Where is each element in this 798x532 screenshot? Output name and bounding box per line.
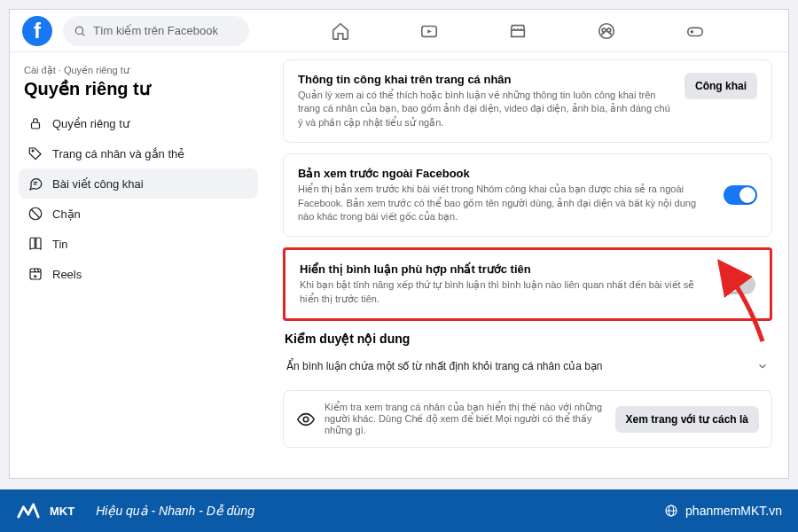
block-icon: [27, 206, 43, 222]
main-panel: Thông tin công khai trên trang cá nhân Q…: [267, 52, 788, 478]
nav-groups[interactable]: [589, 13, 624, 49]
svg-point-5: [607, 28, 611, 32]
sidebar-item-label: Quyền riêng tư: [52, 117, 129, 130]
reels-icon: [27, 266, 43, 282]
comment-icon: [27, 176, 43, 192]
lock-icon: [27, 115, 43, 131]
breadcrumb: Cài đặt · Quyền riêng tư: [19, 65, 258, 76]
nav-marketplace[interactable]: [500, 13, 536, 49]
top-nav: [260, 13, 776, 49]
svg-point-0: [75, 27, 82, 34]
card-title: Hiển thị bình luận phù hợp nhất trước ti…: [300, 262, 711, 276]
nav-home[interactable]: [323, 13, 358, 49]
hide-comments-row[interactable]: Ẩn bình luận chứa một số từ nhất định kh…: [283, 351, 772, 381]
search-input[interactable]: Tìm kiếm trên Facebook: [63, 16, 249, 46]
sidebar-item-label: Bài viết công khai: [52, 177, 144, 191]
sidebar-item-label: Trang cá nhân và gắn thẻ: [52, 147, 184, 160]
svg-point-4: [602, 28, 606, 32]
svg-line-1: [82, 33, 85, 35]
sidebar-item-public-posts[interactable]: Bài viết công khai: [19, 168, 258, 199]
sidebar-item-reels[interactable]: Reels: [19, 259, 258, 289]
sidebar-item-stories[interactable]: Tin: [19, 229, 258, 259]
card-desc: Quản lý xem ai có thể thích hoặc bình lu…: [298, 89, 674, 129]
top-header: f Tìm kiếm trên Facebook: [10, 10, 788, 52]
book-icon: [27, 236, 43, 252]
svg-rect-6: [688, 27, 703, 35]
sidebar-item-label: Chặn: [52, 207, 81, 221]
moderation-section: Kiểm duyệt nội dung Ẩn bình luận chứa mộ…: [283, 332, 772, 381]
settings-sidebar: Cài đặt · Quyền riêng tư Quyền riêng tư …: [10, 52, 267, 478]
sidebar-item-privacy[interactable]: Quyền riêng tư: [19, 108, 258, 138]
nav-watch[interactable]: [411, 13, 447, 49]
globe-icon: [664, 504, 678, 518]
page-title: Quyền riêng tư: [19, 76, 258, 108]
card-title: Bản xem trước ngoài Facebook: [298, 167, 713, 180]
view-as-desc: Kiểm tra xem trang cá nhân của bạn hiển …: [325, 402, 606, 436]
tag-icon: [27, 145, 43, 161]
search-placeholder: Tìm kiếm trên Facebook: [93, 24, 218, 37]
content-body: Cài đặt · Quyền riêng tư Quyền riêng tư …: [10, 52, 788, 478]
card-comment-ranking: Hiển thị bình luận phù hợp nhất trước ti…: [283, 247, 772, 321]
card-title: Thông tin công khai trên trang cá nhân: [298, 73, 674, 86]
nav-gaming[interactable]: [677, 13, 713, 49]
card-public-profile-info: Thông tin công khai trên trang cá nhân Q…: [283, 59, 772, 143]
search-icon: [74, 25, 86, 37]
card-desc: Khi bạn bật tính năng xếp thứ tự bình lu…: [300, 278, 711, 306]
svg-point-3: [599, 23, 614, 38]
card-offsite-preview: Bản xem trước ngoài Facebook Hiển thị bả…: [283, 153, 772, 237]
svg-rect-13: [30, 269, 41, 279]
facebook-logo[interactable]: f: [22, 16, 52, 46]
svg-point-8: [32, 150, 34, 152]
svg-line-12: [32, 210, 40, 218]
chevron-down-icon: [756, 360, 769, 372]
view-as-button[interactable]: Xem trang với tư cách là: [615, 406, 759, 433]
branding-footer: MKT Hiệu quả - Nhanh - Dễ dùng phanmemMK…: [0, 489, 798, 532]
svg-point-17: [303, 417, 309, 422]
sidebar-item-blocking[interactable]: Chặn: [19, 199, 258, 229]
audience-button[interactable]: Công khai: [685, 73, 757, 99]
eye-icon: [296, 410, 316, 429]
toggle-comment-ranking[interactable]: [722, 275, 755, 294]
card-view-as: Kiểm tra xem trang cá nhân của bạn hiển …: [283, 390, 772, 448]
card-desc: Hiển thị bản xem trước khi bài viết tron…: [298, 183, 713, 223]
section-heading: Kiểm duyệt nội dung: [285, 332, 772, 346]
sidebar-item-label: Tin: [52, 238, 68, 251]
sidebar-item-profile-tagging[interactable]: Trang cá nhân và gắn thẻ: [19, 138, 258, 168]
app-window: f Tìm kiếm trên Facebook Cài đặt · Quyền…: [9, 9, 789, 479]
svg-rect-7: [32, 122, 40, 129]
mkt-logo-icon: [16, 498, 41, 523]
footer-site: phanmemMKT.vn: [685, 504, 782, 518]
footer-tagline: Hiệu quả - Nhanh - Dễ dùng: [96, 504, 254, 518]
row-label: Ẩn bình luận chứa một số từ nhất định kh…: [286, 360, 603, 372]
sidebar-item-label: Reels: [52, 268, 82, 281]
toggle-offsite-preview[interactable]: [724, 185, 757, 205]
